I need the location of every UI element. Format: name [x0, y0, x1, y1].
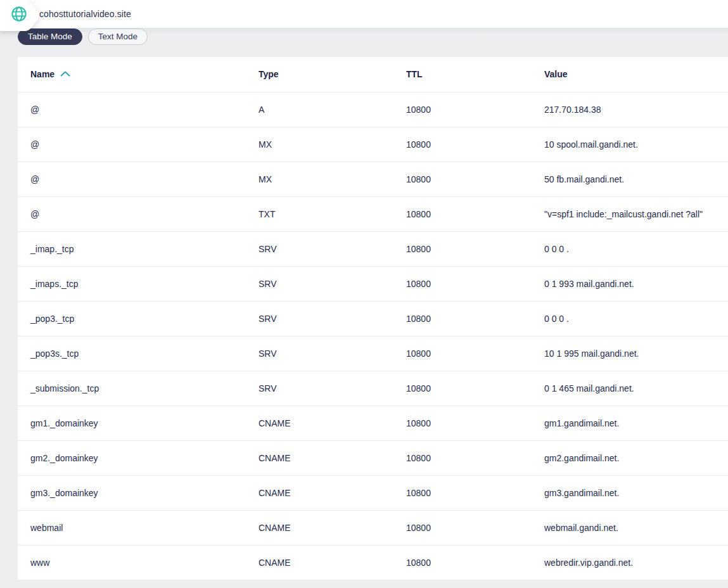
domain-name: cohosttutorialvideo.site [39, 0, 131, 28]
column-header-value[interactable]: Value [544, 57, 728, 92]
table-row[interactable]: www CNAME 10800 webredir.vip.gandi.net. [18, 545, 728, 580]
column-header-ttl-label: TTL [406, 69, 423, 79]
record-name-cell: @ [18, 92, 259, 127]
record-value-cell: webmail.gandi.net. [544, 510, 728, 545]
record-name-cell: @ [18, 162, 259, 196]
record-type-cell: SRV [259, 231, 406, 266]
record-value-cell: 0 1 993 mail.gandi.net. [544, 266, 728, 301]
dns-records-table: Name Type TTL Value @ A 10800 217.70.184… [18, 57, 728, 580]
record-ttl-cell: 10800 [406, 231, 544, 266]
record-name-cell: _pop3._tcp [18, 301, 259, 336]
record-value-cell: 217.70.184.38 [544, 92, 728, 127]
table-row[interactable]: _imap._tcp SRV 10800 0 0 0 . [18, 231, 728, 266]
record-name-cell: @ [18, 127, 259, 162]
table-row[interactable]: @ MX 10800 10 spool.mail.gandi.net. [18, 127, 728, 162]
record-ttl-cell: 10800 [406, 510, 544, 545]
table-row[interactable]: gm2._domainkey CNAME 10800 gm2.gandimail… [18, 440, 728, 475]
record-value-cell: webredir.vip.gandi.net. [544, 545, 728, 580]
record-value-cell: 50 fb.mail.gandi.net. [544, 162, 728, 196]
record-type-cell: TXT [259, 196, 406, 231]
record-type-cell: MX [259, 127, 406, 162]
view-mode-toolbar: Table Mode Text Mode [0, 28, 728, 57]
table-row[interactable]: @ MX 10800 50 fb.mail.gandi.net. [18, 162, 728, 196]
column-header-type-label: Type [259, 69, 279, 79]
column-header-value-label: Value [544, 69, 568, 79]
record-name-cell: _imaps._tcp [18, 266, 259, 301]
record-type-cell: SRV [259, 266, 406, 301]
column-header-type[interactable]: Type [259, 57, 406, 92]
record-ttl-cell: 10800 [406, 440, 544, 475]
record-name-cell: _pop3s._tcp [18, 336, 259, 371]
record-name-cell: @ [18, 196, 259, 231]
table-row[interactable]: gm1._domainkey CNAME 10800 gm1.gandimail… [18, 406, 728, 440]
record-value-cell: 10 1 995 mail.gandi.net. [544, 336, 728, 371]
column-header-ttl[interactable]: TTL [406, 57, 544, 92]
record-value-cell: 10 spool.mail.gandi.net. [544, 127, 728, 162]
table-header-row: Name Type TTL Value [18, 57, 728, 92]
record-value-cell: gm2.gandimail.net. [544, 440, 728, 475]
table-row[interactable]: _pop3s._tcp SRV 10800 10 1 995 mail.gand… [18, 336, 728, 371]
record-ttl-cell: 10800 [406, 196, 544, 231]
sort-ascending-icon [60, 71, 70, 77]
record-value-cell: "v=spf1 include:_mailcust.gandi.net ?all… [544, 196, 728, 231]
record-value-cell: gm1.gandimail.net. [544, 406, 728, 440]
record-ttl-cell: 10800 [406, 336, 544, 371]
record-ttl-cell: 10800 [406, 127, 544, 162]
record-name-cell: _submission._tcp [18, 371, 259, 406]
column-header-name-label: Name [30, 69, 54, 79]
record-type-cell: CNAME [259, 510, 406, 545]
table-row[interactable]: @ A 10800 217.70.184.38 [18, 92, 728, 127]
record-type-cell: SRV [259, 336, 406, 371]
table-row[interactable]: @ TXT 10800 "v=spf1 include:_mailcust.ga… [18, 196, 728, 231]
record-type-cell: CNAME [259, 440, 406, 475]
record-value-cell: 0 0 0 . [544, 301, 728, 336]
table-row[interactable]: _pop3._tcp SRV 10800 0 0 0 . [18, 301, 728, 336]
record-name-cell: _imap._tcp [18, 231, 259, 266]
record-value-cell: 0 0 0 . [544, 231, 728, 266]
record-ttl-cell: 10800 [406, 92, 544, 127]
record-name-cell: gm1._domainkey [18, 406, 259, 440]
record-value-cell: gm3.gandimail.net. [544, 475, 728, 510]
record-ttl-cell: 10800 [406, 301, 544, 336]
record-type-cell: A [259, 92, 406, 127]
column-header-name[interactable]: Name [18, 57, 259, 92]
record-ttl-cell: 10800 [406, 406, 544, 440]
record-ttl-cell: 10800 [406, 266, 544, 301]
record-name-cell: www [18, 545, 259, 580]
record-type-cell: CNAME [259, 545, 406, 580]
record-type-cell: SRV [259, 301, 406, 336]
record-type-cell: SRV [259, 371, 406, 406]
record-value-cell: 0 1 465 mail.gandi.net. [544, 371, 728, 406]
record-ttl-cell: 10800 [406, 475, 544, 510]
globe-icon [10, 5, 28, 23]
table-row[interactable]: _imaps._tcp SRV 10800 0 1 993 mail.gandi… [18, 266, 728, 301]
record-ttl-cell: 10800 [406, 545, 544, 580]
record-ttl-cell: 10800 [406, 162, 544, 196]
record-name-cell: gm3._domainkey [18, 475, 259, 510]
record-type-cell: CNAME [259, 406, 406, 440]
top-header-bar: cohosttutorialvideo.site [0, 0, 728, 28]
text-mode-button[interactable]: Text Mode [88, 29, 148, 45]
record-ttl-cell: 10800 [406, 371, 544, 406]
record-name-cell: webmail [18, 510, 259, 545]
record-name-cell: gm2._domainkey [18, 440, 259, 475]
table-row[interactable]: _submission._tcp SRV 10800 0 1 465 mail.… [18, 371, 728, 406]
table-row[interactable]: webmail CNAME 10800 webmail.gandi.net. [18, 510, 728, 545]
dns-records-card: Name Type TTL Value @ A 10800 217.70.184… [18, 57, 728, 580]
record-type-cell: MX [259, 162, 406, 196]
record-type-cell: CNAME [259, 475, 406, 510]
domain-breadcrumb-tab[interactable] [0, 0, 41, 31]
table-row[interactable]: gm3._domainkey CNAME 10800 gm3.gandimail… [18, 475, 728, 510]
